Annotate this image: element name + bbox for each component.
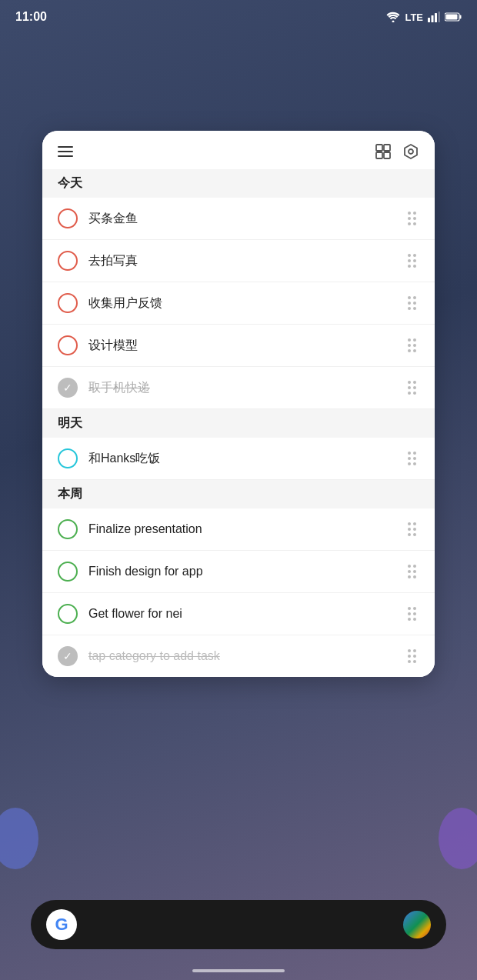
task-text: 收集用户反馈 xyxy=(88,295,405,312)
drag-handle[interactable] xyxy=(405,519,419,539)
task-text: Get flower for nei xyxy=(88,607,405,621)
task-text: 设计模型 xyxy=(88,338,405,354)
task-checkbox[interactable] xyxy=(58,335,78,355)
task-item[interactable]: 去拍写真 xyxy=(42,240,435,282)
task-checkbox[interactable] xyxy=(58,251,78,271)
task-item[interactable]: tap category to add task xyxy=(42,635,435,677)
task-checkbox[interactable] xyxy=(58,604,78,624)
status-bar: 11:00 LTE xyxy=(0,0,477,28)
svg-rect-4 xyxy=(439,12,441,22)
task-text: Finish design for app xyxy=(88,565,405,578)
task-checkbox[interactable] xyxy=(58,293,78,313)
svg-rect-3 xyxy=(435,13,437,22)
svg-rect-8 xyxy=(376,145,382,151)
drag-handle[interactable] xyxy=(405,604,419,624)
task-text: tap category to add task xyxy=(88,649,405,663)
home-indicator xyxy=(192,969,285,972)
task-checkbox[interactable] xyxy=(58,562,78,582)
deco-circle-left xyxy=(0,808,38,869)
status-time: 11:00 xyxy=(15,10,47,24)
task-text: 买条金鱼 xyxy=(88,211,405,227)
task-item[interactable]: 设计模型 xyxy=(42,325,435,367)
section-label: 本周 xyxy=(58,487,82,500)
task-item[interactable]: 和Hanks吃饭 xyxy=(42,438,435,480)
wifi-icon xyxy=(386,12,400,22)
drag-handle[interactable] xyxy=(405,378,419,398)
svg-point-13 xyxy=(409,149,413,154)
drag-handle[interactable] xyxy=(405,208,419,228)
status-icons: LTE xyxy=(386,12,462,23)
task-card: 今天买条金鱼去拍写真收集用户反馈设计模型取手机快递明天和Hanks吃饭本周Fin… xyxy=(42,131,435,677)
lte-text: LTE xyxy=(405,12,423,23)
task-checkbox[interactable] xyxy=(58,646,78,666)
task-checkbox[interactable] xyxy=(58,208,78,228)
google-dot-icon[interactable] xyxy=(403,911,431,938)
toolbar-right xyxy=(375,143,419,160)
svg-rect-9 xyxy=(384,145,390,151)
svg-rect-10 xyxy=(376,152,382,158)
task-text: 去拍写真 xyxy=(88,253,405,269)
google-g-icon[interactable]: G xyxy=(46,909,77,940)
drag-handle[interactable] xyxy=(405,448,419,468)
svg-point-0 xyxy=(392,21,395,23)
drag-handle[interactable] xyxy=(405,646,419,666)
task-item[interactable]: 收集用户反馈 xyxy=(42,282,435,325)
settings-hexagon-icon[interactable] xyxy=(402,143,419,160)
section-label: 今天 xyxy=(58,176,82,189)
section-header-tomorrow: 明天 xyxy=(42,409,435,438)
section-label: 明天 xyxy=(58,416,82,429)
signal-icon xyxy=(428,12,440,22)
drag-handle[interactable] xyxy=(405,251,419,271)
drag-handle[interactable] xyxy=(405,335,419,355)
task-item[interactable]: 取手机快递 xyxy=(42,367,435,409)
task-item[interactable]: Finalize presentation xyxy=(42,508,435,551)
view-icon[interactable] xyxy=(375,143,392,160)
task-checkbox[interactable] xyxy=(58,448,78,468)
section-header-today: 今天 xyxy=(42,169,435,198)
task-item[interactable]: Get flower for nei xyxy=(42,593,435,635)
task-item[interactable]: 买条金鱼 xyxy=(42,198,435,240)
svg-rect-6 xyxy=(460,15,462,19)
svg-rect-1 xyxy=(428,18,430,22)
task-text: 取手机快递 xyxy=(88,380,405,396)
drag-handle[interactable] xyxy=(405,293,419,313)
svg-rect-7 xyxy=(446,15,458,20)
task-text: Finalize presentation xyxy=(88,522,405,536)
section-header-thisweek: 本周 xyxy=(42,480,435,508)
svg-marker-12 xyxy=(405,145,417,158)
drag-handle[interactable] xyxy=(405,562,419,582)
task-text: 和Hanks吃饭 xyxy=(88,451,405,467)
svg-rect-11 xyxy=(384,152,390,158)
deco-circle-right xyxy=(439,808,477,869)
bottom-bar[interactable]: G xyxy=(31,900,446,949)
svg-rect-2 xyxy=(432,15,434,22)
toolbar xyxy=(42,131,435,169)
task-checkbox[interactable] xyxy=(58,378,78,398)
task-item[interactable]: Finish design for app xyxy=(42,551,435,593)
task-checkbox[interactable] xyxy=(58,519,78,539)
hamburger-icon[interactable] xyxy=(58,146,73,157)
battery-icon xyxy=(445,12,462,22)
